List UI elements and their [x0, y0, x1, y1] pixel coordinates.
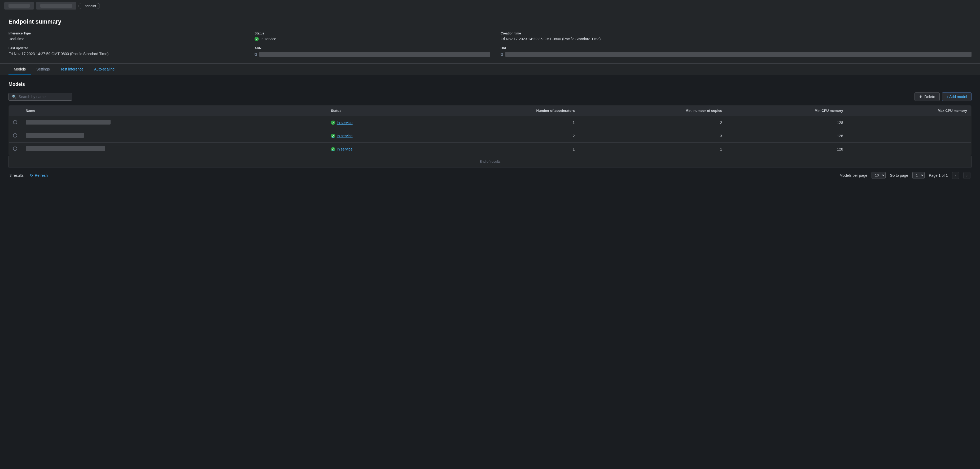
per-page-label: Models per page	[840, 173, 867, 177]
table-row: In service 2 3 128	[9, 129, 972, 143]
row-name-cell	[21, 143, 327, 156]
row-name-cell	[21, 116, 327, 129]
endpoint-summary-section: Endpoint summary Inference Type Real-tim…	[0, 12, 980, 64]
row-select-cell	[9, 129, 22, 143]
models-toolbar: 🔍 🗑 Delete + Add model	[8, 92, 972, 101]
row-min-copies-cell: 1	[579, 143, 727, 156]
arn-item: ARN ⧉	[255, 46, 490, 57]
row-accelerators-cell: 1	[425, 116, 579, 129]
col-name: Name	[21, 105, 327, 116]
inference-type-value: Real-time	[8, 37, 244, 41]
row-status-dot-1	[331, 134, 335, 138]
url-copy-icon[interactable]: ⧉	[501, 52, 503, 57]
col-min-cpu-memory: Min CPU memory	[726, 105, 848, 116]
refresh-icon: ↻	[30, 173, 33, 177]
pagination-controls: Models per page 10 25 50 Go to page 1 Pa…	[840, 172, 970, 179]
inference-type-item: Inference Type Real-time	[8, 32, 244, 41]
inference-type-label: Inference Type	[8, 32, 244, 35]
row-name-cell	[21, 129, 327, 143]
top-nav: Endpoint	[0, 0, 980, 12]
col-min-copies: Min. number of copies	[579, 105, 727, 116]
toolbar-actions: 🗑 Delete + Add model	[915, 92, 972, 101]
row-select-cell	[9, 143, 22, 156]
models-table: Name Status Number of accelerators Min. …	[8, 105, 972, 156]
row-status-link-1[interactable]: In service	[331, 134, 353, 138]
tab-test-inference[interactable]: Test inference	[55, 64, 89, 75]
row-accelerators-cell: 1	[425, 143, 579, 156]
refresh-button[interactable]: ↻ Refresh	[30, 173, 48, 177]
delete-button[interactable]: 🗑 Delete	[915, 92, 939, 101]
breadcrumb-2-text	[40, 4, 72, 8]
status-dot-icon	[255, 37, 259, 41]
col-max-cpu-memory: Max CPU memory	[848, 105, 972, 116]
row-min-cpu-memory-cell: 128	[726, 116, 848, 129]
row-name-0	[26, 120, 111, 125]
creation-time-value: Fri Nov 17 2023 14:22:36 GMT-0800 (Pacif…	[501, 37, 972, 41]
go-to-page-select[interactable]: 1	[912, 172, 924, 179]
tab-models[interactable]: Models	[8, 64, 31, 75]
row-status-dot-0	[331, 120, 335, 125]
last-updated-label: Last updated	[8, 46, 244, 50]
url-label: URL	[501, 46, 972, 50]
results-count: 3 results	[10, 173, 24, 177]
end-of-results: End of results	[8, 156, 972, 168]
per-page-select[interactable]: 10 25 50	[872, 172, 886, 179]
go-to-page-label: Go to page	[890, 173, 908, 177]
url-value	[505, 52, 972, 57]
row-status-link-0[interactable]: In service	[331, 120, 353, 125]
row-name-2	[26, 146, 105, 151]
status-label: Status	[255, 32, 490, 35]
models-title: Models	[8, 82, 972, 87]
page-info: Page 1 of 1	[929, 173, 948, 177]
status-badge: In service	[255, 37, 490, 41]
col-status: Status	[327, 105, 425, 116]
breadcrumb-pill-1[interactable]	[4, 2, 34, 10]
creation-time-item: Creation time Fri Nov 17 2023 14:22:36 G…	[501, 32, 972, 41]
row-select-cell	[9, 116, 22, 129]
table-header-row: Name Status Number of accelerators Min. …	[9, 105, 972, 116]
search-container[interactable]: 🔍	[8, 93, 72, 101]
row-max-cpu-memory-cell	[848, 129, 972, 143]
creation-time-label: Creation time	[501, 32, 972, 35]
arn-label: ARN	[255, 46, 490, 50]
row-radio-1[interactable]	[13, 133, 17, 138]
row-status-cell: In service	[327, 129, 425, 143]
arn-value	[259, 52, 490, 57]
row-name-1	[26, 133, 84, 138]
delete-icon: 🗑	[919, 95, 923, 99]
col-num-accelerators: Number of accelerators	[425, 105, 579, 116]
row-radio-0[interactable]	[13, 120, 17, 124]
add-model-button[interactable]: + Add model	[942, 92, 972, 101]
last-updated-value: Fri Nov 17 2023 14:27:59 GMT-0800 (Pacif…	[8, 52, 244, 56]
tab-auto-scaling[interactable]: Auto-scaling	[89, 64, 120, 75]
row-status-cell: In service	[327, 116, 425, 129]
last-updated-item: Last updated Fri Nov 17 2023 14:27:59 GM…	[8, 46, 244, 57]
search-input[interactable]	[19, 95, 69, 99]
breadcrumb-pill-2[interactable]	[36, 2, 76, 10]
next-page-button[interactable]: ›	[963, 172, 970, 179]
prev-page-button[interactable]: ‹	[952, 172, 959, 179]
endpoint-breadcrumb: Endpoint	[78, 3, 100, 9]
row-min-copies-cell: 2	[579, 116, 727, 129]
breadcrumb-1-text	[8, 4, 30, 8]
col-select	[9, 105, 22, 116]
models-section: Models 🔍 🗑 Delete + Add model Name Statu…	[0, 75, 980, 185]
row-min-cpu-memory-cell: 128	[726, 143, 848, 156]
pagination-footer: 3 results ↻ Refresh Models per page 10 2…	[8, 172, 972, 179]
status-item: Status In service	[255, 32, 490, 41]
row-min-copies-cell: 3	[579, 129, 727, 143]
row-min-cpu-memory-cell: 128	[726, 129, 848, 143]
status-value: In service	[260, 37, 276, 41]
row-max-cpu-memory-cell	[848, 116, 972, 129]
row-status-dot-2	[331, 147, 335, 151]
tabs-bar: Models Settings Test inference Auto-scal…	[0, 64, 980, 75]
tab-settings[interactable]: Settings	[31, 64, 55, 75]
table-row: In service 1 1 128	[9, 143, 972, 156]
url-item: URL ⧉	[501, 46, 972, 57]
row-status-link-2[interactable]: In service	[331, 147, 353, 151]
row-max-cpu-memory-cell	[848, 143, 972, 156]
row-radio-2[interactable]	[13, 147, 17, 151]
table-row: In service 1 2 128	[9, 116, 972, 129]
row-accelerators-cell: 2	[425, 129, 579, 143]
arn-copy-icon[interactable]: ⧉	[255, 52, 257, 57]
